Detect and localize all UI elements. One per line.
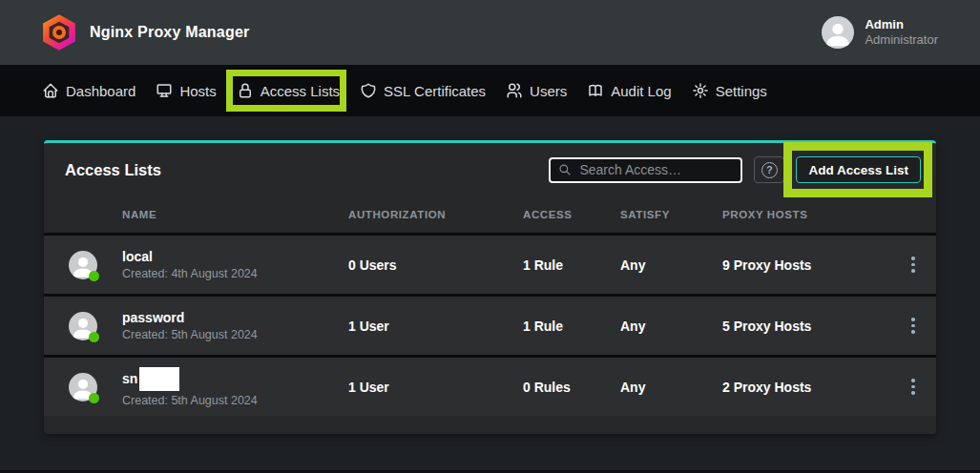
panel-header: Access Lists ? Add Access List (44, 143, 936, 196)
panel-title: Access Lists (65, 161, 161, 179)
table-row[interactable]: sn Created: 5th August 2024 1 User 0 Rul… (44, 355, 936, 416)
nav-label: Access Lists (261, 83, 340, 99)
proxy-hosts-value: 2 Proxy Hosts (722, 380, 905, 395)
column-header-satisfy: SATISFY (620, 209, 722, 220)
row-actions-menu[interactable] (905, 377, 922, 398)
table-row[interactable]: password Created: 5th August 2024 1 User… (44, 294, 936, 355)
online-status-dot (89, 271, 99, 281)
nav-item-access-lists[interactable]: Access Lists (237, 82, 340, 99)
lock-icon (237, 82, 254, 99)
nav-item-audit-log[interactable]: Audit Log (587, 82, 671, 99)
app-title: Nginx Proxy Manager (90, 24, 249, 41)
authorization-value: 0 Users (348, 257, 523, 273)
home-icon (42, 82, 59, 99)
created-date: Created: 5th August 2024 (122, 328, 348, 341)
nav-label: Dashboard (66, 83, 136, 99)
monitor-icon (156, 82, 173, 99)
person-icon (822, 16, 854, 49)
users-icon (506, 82, 523, 99)
user-avatar (822, 16, 854, 49)
app-header: Nginx Proxy Manager Admin Administrator (0, 0, 980, 65)
access-list-name: sn (122, 371, 137, 386)
online-status-dot (89, 393, 99, 403)
gear-icon (692, 82, 709, 99)
created-date: Created: 4th August 2024 (122, 267, 348, 280)
access-lists-panel: Access Lists ? Add Access List NAME AUTH… (44, 140, 936, 434)
column-header-authorization: AUTHORIZATION (348, 209, 523, 220)
nav-label: Users (530, 83, 567, 99)
row-actions-menu[interactable] (905, 316, 922, 337)
user-name: Admin (865, 17, 938, 32)
nav-label: SSL Certificates (384, 83, 486, 99)
column-header-access: ACCESS (523, 209, 620, 220)
satisfy-value: Any (620, 380, 722, 395)
authorization-value: 1 User (348, 380, 523, 395)
redaction-box (139, 367, 179, 391)
table-row[interactable]: local Created: 4th August 2024 0 Users 1… (44, 233, 936, 294)
authorization-value: 1 User (348, 319, 523, 334)
main-nav: Dashboard Hosts Access Lists SSL Certifi… (0, 65, 980, 116)
access-value: 0 Rules (523, 380, 620, 395)
search-icon (558, 163, 572, 176)
nav-label: Hosts (179, 83, 216, 99)
user-menu[interactable]: Admin Administrator (822, 16, 938, 49)
help-icon: ? (761, 162, 778, 178)
nav-item-ssl-certificates[interactable]: SSL Certificates (360, 82, 486, 99)
nav-label: Settings (716, 83, 767, 99)
proxy-hosts-value: 9 Proxy Hosts (722, 257, 905, 273)
nav-item-dashboard[interactable]: Dashboard (42, 82, 136, 99)
nav-label: Audit Log (611, 83, 671, 99)
proxy-hosts-value: 5 Proxy Hosts (722, 319, 905, 334)
created-date: Created: 5th August 2024 (122, 394, 348, 407)
satisfy-value: Any (620, 257, 722, 273)
nav-item-settings[interactable]: Settings (692, 82, 767, 99)
table-header-row: NAME AUTHORIZATION ACCESS SATISFY PROXY … (44, 196, 936, 233)
satisfy-value: Any (620, 319, 722, 334)
nginx-proxy-manager-logo-icon (42, 13, 76, 51)
search-box (549, 157, 742, 183)
access-list-name: local (122, 249, 153, 264)
book-icon (587, 82, 604, 99)
online-status-dot (89, 332, 99, 342)
add-access-list-button[interactable]: Add Access List (796, 156, 921, 183)
nav-item-users[interactable]: Users (506, 82, 567, 99)
column-header-proxy-hosts: PROXY HOSTS (722, 209, 905, 220)
access-value: 1 Rule (523, 257, 620, 273)
nav-item-hosts[interactable]: Hosts (156, 82, 216, 99)
user-role: Administrator (865, 32, 938, 48)
shield-icon (360, 82, 377, 99)
search-input[interactable] (579, 162, 733, 177)
column-header-name: NAME (122, 209, 348, 220)
row-actions-menu[interactable] (905, 255, 922, 276)
help-button[interactable]: ? (754, 156, 784, 183)
access-list-name: password (122, 310, 184, 325)
access-value: 1 Rule (523, 319, 620, 334)
logo-ring (52, 26, 66, 39)
